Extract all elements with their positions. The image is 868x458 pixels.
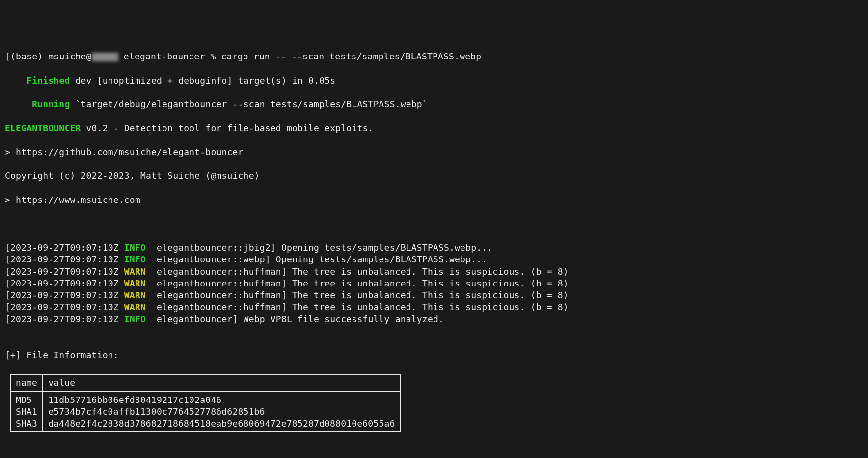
log-line: [2023-09-27T09:07:10Z WARN elegantbounce… [5,289,863,301]
log-message: elegantbouncer::jbig2] Opening tests/sam… [146,242,492,253]
log-level: INFO [124,254,146,264]
log-timestamp: [2023-09-27T09:07:10Z [5,254,124,264]
hash-values: 11db57716bb06efd80419217c102a046 e5734b7… [43,392,400,432]
log-timestamp: [2023-09-27T09:07:10Z [5,278,124,288]
log-timestamp: [2023-09-27T09:07:10Z [5,302,124,312]
prompt-line-1: [(base) msuiche@xxxxx elegant-bouncer % … [5,51,863,62]
tool-title-line: ELEGANTBOUNCER v0.2 - Detection tool for… [5,122,863,134]
log-message: elegantbouncer::huffman] The tree is unb… [146,266,569,277]
hostname-redacted: xxxxx [92,53,118,61]
log-message: elegantbouncer::huffman] The tree is unb… [146,290,569,300]
log-line: [2023-09-27T09:07:10Z WARN elegantbounce… [5,266,863,278]
log-line: [2023-09-27T09:07:10Z INFO elegantbounce… [5,254,863,265]
env-tag: (base) [10,51,43,61]
hash-names: MD5 SHA1 SHA3 [10,392,43,432]
build-finished-line: Finished dev [unoptimized + debuginfo] t… [5,75,863,86]
log-timestamp: [2023-09-27T09:07:10Z [5,266,124,277]
prompt-dir: elegant-bouncer [124,51,205,61]
log-output: [2023-09-27T09:07:10Z INFO elegantbounce… [5,242,863,325]
log-line: [2023-09-27T09:07:10Z INFO elegantbounce… [5,314,863,325]
log-message: elegantbouncer::huffman] The tree is unb… [146,302,569,312]
log-message: elegantbouncer::huffman] The tree is unb… [146,278,569,288]
table-row: MD5 SHA1 SHA311db57716bb06efd80419217c10… [10,392,401,432]
copyright-line: Copyright (c) 2022-2023, Matt Suiche (@m… [5,170,863,182]
file-info-heading: [+] File Information: [5,349,863,361]
log-timestamp: [2023-09-27T09:07:10Z [5,290,124,300]
log-level: WARN [124,266,146,277]
log-level: WARN [124,290,146,300]
log-line: [2023-09-27T09:07:10Z WARN elegantbounce… [5,278,863,289]
file-info-table: name value MD5 SHA1 SHA311db57716bb06efd… [10,374,401,432]
log-timestamp: [2023-09-27T09:07:10Z [5,314,124,324]
log-line: [2023-09-27T09:07:10Z WARN elegantbounce… [5,301,863,313]
log-message: elegantbouncer] Webp VP8L file successfu… [146,314,444,324]
github-url-line: > https://github.com/msuiche/elegant-bou… [5,146,863,158]
build-running-line: Running `target/debug/elegantbouncer --s… [5,98,863,110]
running-label: Running [32,99,70,109]
command-text: cargo run -- --scan tests/samples/BLASTP… [221,51,482,61]
log-level: WARN [124,302,146,312]
log-level: INFO [124,242,146,253]
tool-name: ELEGANTBOUNCER [5,123,81,133]
col-value: value [43,374,400,391]
finished-label: Finished [27,75,70,86]
website-url-line: > https://www.msuiche.com [5,194,863,206]
log-timestamp: [2023-09-27T09:07:10Z [5,242,124,253]
table-header-row: name value [10,374,401,391]
log-line: [2023-09-27T09:07:10Z INFO elegantbounce… [5,242,863,254]
col-name: name [10,374,43,391]
prompt-user: msuiche [48,51,86,61]
log-level: WARN [124,278,146,288]
log-message: elegantbouncer::webp] Opening tests/samp… [146,254,487,264]
log-level: INFO [124,314,146,324]
